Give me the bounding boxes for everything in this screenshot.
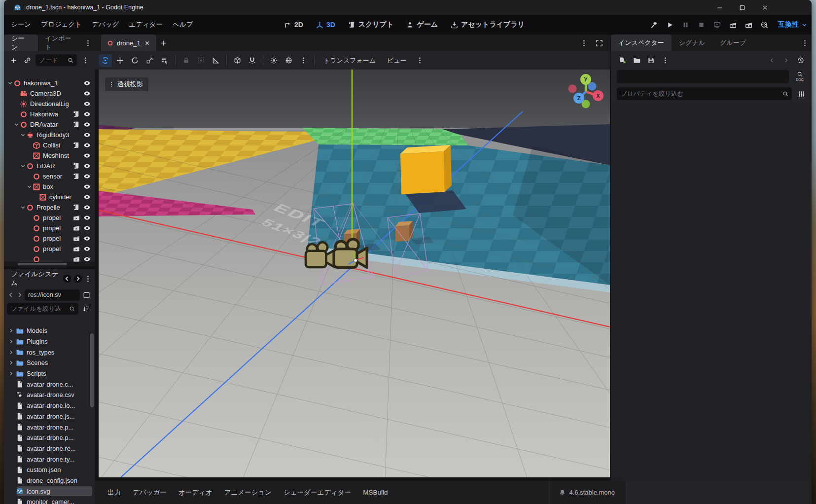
title-bar[interactable]: drone_1.tscn - hakoniwa_1 - Godot Engine	[4, 0, 812, 15]
tree-node-propel[interactable]: propel	[4, 223, 95, 233]
chevron-right-icon[interactable]	[8, 370, 15, 377]
viewport-extra-menu[interactable]	[413, 54, 426, 67]
new-resource-button[interactable]	[617, 55, 628, 66]
tree-node-Hakoniwa[interactable]: Hakoniwa	[4, 109, 95, 119]
main-screen-3d[interactable]: 3D	[313, 19, 338, 31]
lock-selected[interactable]	[179, 54, 193, 67]
3d-viewport[interactable]: EDIT 51×3|2	[99, 70, 610, 477]
visibility-toggle[interactable]	[82, 224, 92, 232]
visibility-toggle[interactable]	[82, 152, 92, 160]
preview-sunlight[interactable]	[267, 54, 281, 67]
current-path-input[interactable]	[25, 289, 80, 301]
bottom-panel-2[interactable]: オーディオ	[174, 485, 217, 500]
history-list-button[interactable]	[795, 55, 806, 66]
scrollbar-thumb[interactable]	[18, 263, 67, 265]
file-Scenes[interactable]: Scenes	[4, 358, 95, 368]
bottom-panel-4[interactable]: シェーダーエディター	[279, 485, 356, 500]
path-back-icon[interactable]	[7, 291, 15, 299]
tree-node-DRAvatar[interactable]: DRAvatar	[4, 119, 95, 130]
inspector-tab-menu[interactable]	[801, 35, 812, 51]
chevron-right-icon[interactable]	[8, 327, 15, 334]
main-screen-asset-library[interactable]: アセットライブラリ	[448, 18, 528, 31]
build-button[interactable]	[647, 18, 661, 32]
renderer-select[interactable]: 互換性	[778, 20, 808, 29]
tree-node-propel[interactable]: propel	[4, 213, 95, 223]
visibility-toggle[interactable]	[82, 90, 92, 98]
file-custom.json[interactable]: custom.json	[4, 465, 95, 475]
ruler-mode[interactable]	[209, 54, 222, 67]
play-custom-scene-button[interactable]	[742, 18, 756, 32]
tree-node-LiDAR[interactable]: LiDAR	[4, 161, 95, 171]
inspector-tab-0[interactable]: インスペクター	[611, 35, 672, 51]
transform-menu[interactable]: トランスフォーム	[319, 54, 381, 67]
rotate-mode[interactable]	[128, 54, 142, 67]
visibility-toggle[interactable]	[82, 131, 92, 139]
open-docs-button[interactable]: DOC	[793, 70, 807, 81]
chevron-right-icon[interactable]	[8, 338, 15, 345]
chevron-icon[interactable]	[20, 132, 26, 138]
node-filter-input[interactable]	[38, 56, 66, 64]
distraction-free-button[interactable]	[596, 39, 603, 47]
chevron-icon[interactable]	[26, 183, 33, 190]
save-resource-button[interactable]	[645, 55, 656, 66]
view-menu[interactable]: ビュー	[382, 54, 412, 67]
maximize-button[interactable]	[731, 0, 753, 15]
panel-options-menu[interactable]	[580, 39, 588, 47]
tree-node-partial-17[interactable]	[4, 254, 95, 262]
fs-back-button[interactable]	[63, 274, 71, 283]
main-screen-2d[interactable]: 2D	[281, 19, 306, 31]
move-mode[interactable]	[113, 54, 127, 67]
menu-item-4[interactable]: ヘルプ	[168, 17, 198, 32]
property-tools-menu[interactable]	[796, 88, 807, 99]
visibility-toggle[interactable]	[82, 214, 92, 222]
file-drone_config.json[interactable]: drone_config.json	[4, 475, 95, 486]
tree-node-Collisi[interactable]: Collisi	[4, 140, 95, 150]
resource-options-menu[interactable]	[660, 55, 671, 66]
file-Plugins[interactable]: Plugins	[4, 336, 95, 347]
file-avatar-drone.p...[interactable]: avatar-drone.p...	[4, 422, 95, 432]
file-avatar-drone.ty...[interactable]: avatar-drone.ty...	[4, 454, 95, 465]
main-screen-script[interactable]: スクリプト	[345, 18, 397, 31]
chevron-icon[interactable]	[7, 80, 13, 86]
visibility-toggle[interactable]	[82, 193, 92, 201]
menu-item-1[interactable]: プロジェクト	[36, 17, 87, 32]
group-selected[interactable]	[194, 54, 208, 67]
visibility-toggle[interactable]	[82, 183, 92, 191]
tree-node-Camera3D[interactable]: Camera3D	[4, 88, 95, 99]
preview-environment[interactable]	[282, 54, 295, 67]
file-Scripts[interactable]: Scripts	[4, 368, 95, 379]
inspector-tab-2[interactable]: グループ	[712, 35, 753, 51]
file-sort-button[interactable]	[81, 303, 92, 314]
property-filter-input[interactable]	[620, 90, 781, 98]
scene-dock-tab-1[interactable]: インポート	[38, 35, 84, 51]
file-avatar-drone.re...[interactable]: avatar-drone.re...	[4, 443, 95, 454]
visibility-toggle[interactable]	[82, 100, 92, 108]
add-node-button[interactable]	[8, 55, 19, 66]
file-avatar-drone.c...[interactable]: avatar-drone.c...	[4, 379, 95, 390]
tree-node-propel[interactable]: propel	[4, 244, 95, 254]
tree-node-Propelle[interactable]: Propelle	[4, 202, 95, 213]
tree-node-box[interactable]: box	[4, 181, 95, 192]
tree-node-cylinder[interactable]: cylinder	[4, 192, 95, 202]
local-space-toggle[interactable]	[231, 54, 244, 67]
menu-item-3[interactable]: エディター	[124, 17, 168, 32]
projection-menu[interactable]: 透視投影	[105, 77, 148, 91]
file-icon.svg[interactable]: icon.svg	[4, 486, 95, 497]
bottom-panel-5[interactable]: MSBuild	[358, 486, 392, 499]
new-scene-tab-button[interactable]	[156, 35, 171, 51]
select-mode[interactable]	[99, 54, 112, 67]
tree-node-sensor[interactable]: sensor	[4, 171, 95, 181]
viewport-options-menu[interactable]	[297, 54, 310, 67]
scene-tree-options-menu[interactable]	[80, 55, 91, 66]
version-info[interactable]: 4.6.stable.mono	[550, 481, 624, 504]
remote-debug-button[interactable]	[710, 18, 724, 32]
list-select-mode[interactable]	[158, 54, 171, 67]
stop-button[interactable]	[694, 18, 709, 32]
chevron-icon[interactable]	[13, 121, 20, 128]
visibility-toggle[interactable]	[82, 121, 92, 129]
inspector-tab-1[interactable]: シグナル	[672, 35, 712, 51]
tree-node-RigidBody3[interactable]: RigidBody3	[4, 130, 95, 140]
path-forward-icon[interactable]	[16, 291, 24, 299]
file-monitor_camer...[interactable]: monitor_camer...	[4, 497, 95, 504]
tree-node-MeshInst[interactable]: MeshInst	[4, 150, 95, 161]
